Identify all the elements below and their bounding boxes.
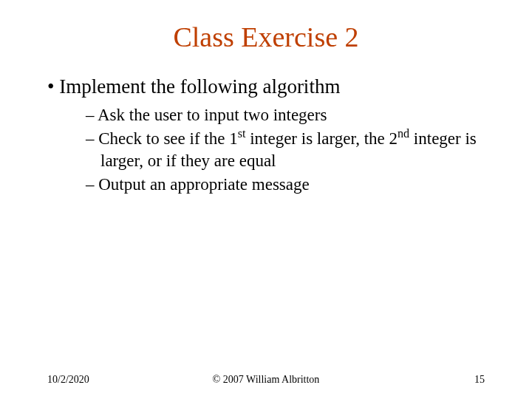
footer-page-number: 15 — [339, 374, 485, 386]
slide-title: Class Exercise 2 — [47, 21, 485, 53]
sub-bullet-2: Check to see if the 1st integer is large… — [86, 128, 485, 172]
main-bullet: Implement the following algorithm — [47, 74, 485, 100]
sub-bullet-1: Ask the user to input two integers — [86, 104, 485, 126]
sub2-pre: Check to see if the 1 — [98, 129, 237, 148]
sub-bullet-3: Output an appropriate message — [86, 174, 485, 196]
slide-container: Class Exercise 2 Implement the following… — [0, 0, 532, 399]
footer-date: 10/2/2020 — [47, 374, 193, 386]
sub2-sup1: st — [238, 127, 246, 140]
footer-copyright: © 2007 William Albritton — [193, 374, 338, 386]
footer: 10/2/2020 © 2007 William Albritton 15 — [47, 374, 485, 386]
sub2-sup2: nd — [398, 127, 409, 140]
sub2-mid: integer is larger, the 2 — [245, 129, 398, 148]
sub-bullet-list: Ask the user to input two integers Check… — [86, 104, 485, 196]
